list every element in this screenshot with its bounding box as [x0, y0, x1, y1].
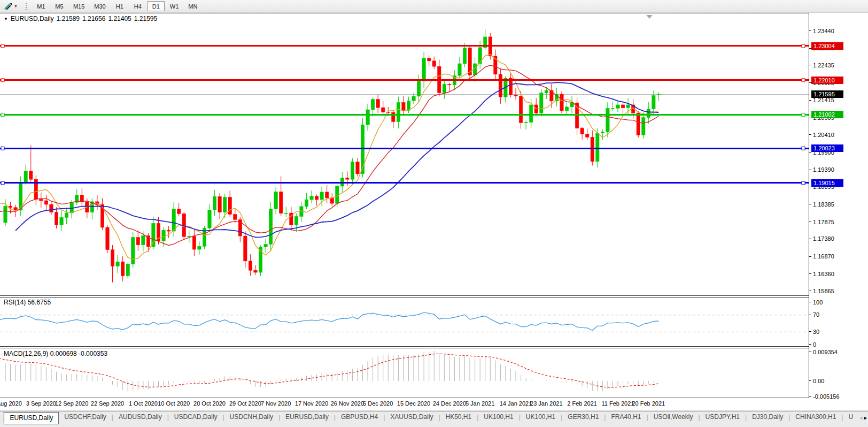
ma-14-line — [0, 65, 658, 246]
tick-mark — [809, 396, 811, 397]
date-tick-label: 22 Sep 2020 — [91, 400, 124, 407]
tick-mark — [809, 100, 811, 101]
chart-tab-usdcnh-daily[interactable]: USDCNH,Daily — [224, 411, 278, 422]
timeframe-button-m15[interactable]: M15 — [69, 1, 89, 11]
chart-tab-china300-h1[interactable]: CHINA300,H1 — [790, 411, 841, 422]
date-tick-label: 24 Dec 2020 — [433, 400, 466, 407]
chart-tab-truncated[interactable]: U — [843, 411, 858, 422]
chart-tab-uk100-h1[interactable]: UK100,H1 — [478, 411, 518, 422]
price-tick-label: 1.23440 — [813, 28, 834, 34]
tick-mark — [809, 30, 811, 31]
price-axis[interactable]: 1.234401.229301.224351.219251.214151.209… — [809, 13, 868, 398]
chart-tab-usdjpy-h1[interactable]: USDJPY,H1 — [700, 411, 745, 422]
price-tick: 1.16870 — [809, 253, 834, 260]
horizontal-levels[interactable] — [0, 44, 809, 185]
price-tick: 1.17875 — [809, 218, 834, 225]
hline-left-handle — [1, 79, 4, 82]
chart-tab-fra40-h1[interactable]: FRA40,H1 — [606, 411, 646, 422]
tick-mark — [809, 256, 811, 257]
date-tick-label: 17 Nov 2020 — [295, 400, 328, 407]
date-tick-label: 25 Aug 2020 — [0, 400, 22, 407]
timeframe-button-mn[interactable]: MN — [184, 1, 201, 11]
timeframe-button-m1[interactable]: M1 — [33, 1, 50, 11]
chart-tab-hk50-h1[interactable]: HK50,H1 — [440, 411, 477, 422]
rsi-panel[interactable] — [0, 298, 809, 346]
chart-title-dropdown-icon[interactable]: ▼ — [4, 17, 8, 21]
rsi-label: RSI(14) 56.6755 — [4, 299, 51, 306]
tab-bar-grip[interactable] — [0, 411, 4, 423]
candlestick-chart[interactable] — [0, 13, 809, 295]
price-tick: 1.20410 — [809, 131, 834, 138]
chart-tab-usdcad-daily[interactable]: USDCAD,Daily — [169, 411, 223, 422]
macd-panel[interactable] — [0, 348, 809, 398]
hline-left-handle — [1, 147, 4, 150]
macd-axis-value: 0.009354 — [813, 349, 838, 355]
price-tick: 1.22435 — [809, 62, 834, 68]
chart-frame-bottom-border — [0, 398, 868, 398]
tick-mark — [809, 315, 811, 315]
chevron-down-icon[interactable]: ▼ — [14, 4, 18, 8]
price-tick-label: 1.16870 — [813, 253, 834, 260]
chart-tab-eurusd-daily[interactable]: EURUSD,Daily — [4, 412, 59, 424]
price-tick: 1.18385 — [809, 201, 834, 208]
date-tick-label: 15 Dec 2020 — [397, 400, 430, 407]
chart-tab-uk100-h1[interactable]: UK100,H1 — [521, 411, 561, 422]
chart-tool-button[interactable]: ▼ — [0, 2, 20, 11]
tick-mark — [809, 352, 811, 352]
date-tick-label: 29 Oct 2020 — [229, 400, 261, 407]
timeframe-button-h1[interactable]: H1 — [111, 1, 128, 11]
macd-signal-line — [0, 354, 658, 387]
date-tick-label: 7 Nov 2020 — [261, 400, 291, 407]
chart-tab-xauusd-daily[interactable]: XAUUSD,Daily — [385, 411, 438, 422]
hline-right-handle — [802, 181, 805, 185]
timeframe-button-h4[interactable]: H4 — [129, 1, 146, 11]
price-tick-label: 1.22435 — [813, 62, 834, 68]
price-tick-label: 1.17380 — [813, 235, 834, 242]
rsi-macd-separator[interactable] — [0, 346, 868, 347]
price-badge-pivot-line-price: 1.21002 — [811, 111, 843, 118]
chart-tab-dj30-daily[interactable]: DJ30,Daily — [747, 411, 788, 422]
timeframe-button-d1[interactable]: D1 — [148, 1, 165, 11]
price-tick: 1.15865 — [809, 287, 834, 294]
tab-scroll-left-icon[interactable]: ◄ — [858, 411, 863, 424]
tick-mark — [809, 170, 811, 170]
chart-tab-audusd-daily[interactable]: AUDUSD,Daily — [113, 411, 167, 422]
price-tick-label: 1.19390 — [813, 166, 834, 173]
toolbar-grip-handle[interactable] — [25, 2, 28, 10]
date-tick-label: 26 Nov 2020 — [331, 400, 364, 407]
timeframe-button-w1[interactable]: W1 — [166, 1, 183, 11]
macd-axis-label: -0.005156 — [809, 393, 840, 400]
rsi-axis-label: 70 — [809, 311, 819, 318]
chart-tab-bar: EURUSD,DailyUSDCHF,Daily|AUDUSD,Daily|US… — [0, 411, 868, 427]
macd-axis-value: 0.00 — [813, 378, 824, 384]
hline-right-handle — [802, 147, 805, 150]
main-rsi-separator[interactable] — [0, 295, 868, 296]
macd-axis-value: -0.005156 — [813, 393, 840, 400]
timeframe-button-m30[interactable]: M30 — [90, 1, 110, 11]
price-tick-label: 1.15865 — [813, 288, 834, 294]
timeframe-button-m5[interactable]: M5 — [51, 1, 68, 11]
tick-mark — [809, 134, 811, 135]
rsi-axis-value: 30 — [813, 329, 819, 335]
chart-tab-gbpusd-h4[interactable]: GBPUSD,H4 — [336, 411, 383, 422]
price-tick-label: 1.20410 — [813, 132, 834, 138]
symbol-period-label: EURUSD,Daily — [11, 15, 54, 22]
chart-shift-marker-icon[interactable] — [646, 15, 653, 19]
macd-label: MACD(12,26,9) 0.000698 -0.000353 — [4, 350, 107, 357]
date-tick-label: 5 Dec 2020 — [363, 400, 393, 407]
chart-tab-ger30-h1[interactable]: GER30,H1 — [562, 411, 604, 422]
price-badge-resistance-line-price: 1.22010 — [811, 77, 843, 84]
price-tick-label: 1.16360 — [813, 271, 834, 277]
top-toolbar: ▼ M1M5M15M30H1H4D1W1MN — [0, 0, 868, 13]
chart-tab-usoil-weekly[interactable]: USOil,Weekly — [648, 411, 699, 422]
tick-mark — [809, 331, 811, 332]
chart-tab-usdchf-daily[interactable]: USDCHF,Daily — [59, 411, 112, 422]
timeframe-buttons: M1M5M15M30H1H4D1W1MN — [32, 1, 202, 12]
tab-scroll-right-icon[interactable]: ► — [863, 411, 868, 424]
price-tick: 1.17380 — [809, 235, 834, 242]
price-tick-label: 1.17875 — [813, 219, 834, 225]
date-axis[interactable]: 25 Aug 20203 Sep 202012 Sep 202022 Sep 2… — [0, 399, 809, 410]
hline-left-handle — [1, 181, 4, 185]
ma-6-line — [0, 55, 658, 260]
chart-tab-eurusd-daily[interactable]: EURUSD,Daily — [280, 411, 334, 422]
